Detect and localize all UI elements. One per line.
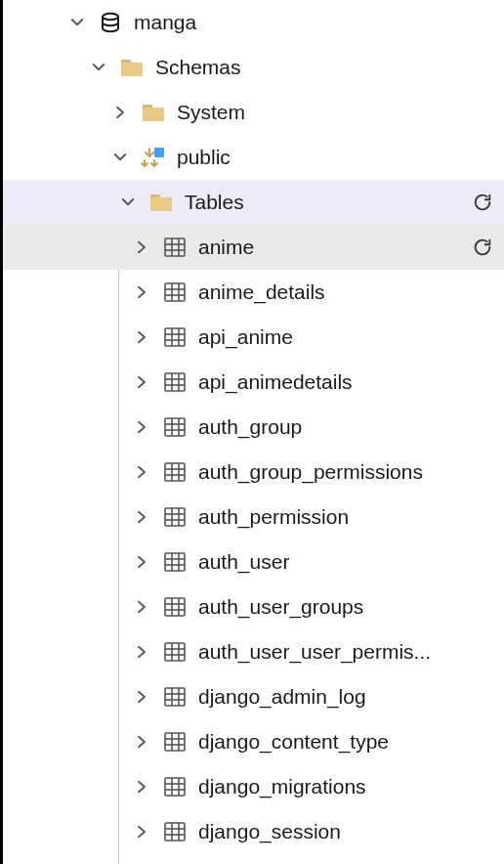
tree-node-label: django_content_type [198,730,496,754]
tree-node-table[interactable]: auth_user_groups [3,584,504,629]
svg-rect-7 [150,197,172,211]
svg-rect-18 [165,328,185,346]
folder-icon [140,99,167,126]
svg-rect-68 [165,778,185,796]
chevron-right-icon[interactable] [106,99,134,126]
tree-node-table[interactable]: django_session [3,809,504,854]
svg-rect-38 [165,508,185,526]
svg-rect-2 [121,63,143,76]
svg-rect-8 [165,238,185,256]
tree-node-table[interactable]: auth_permission [3,495,504,540]
tree-node-table[interactable]: anime [3,225,504,270]
tree-node-label: auth_group [198,415,496,439]
svg-rect-63 [165,733,185,751]
table-icon [161,503,189,531]
tree-node-table[interactable]: django_migrations [3,764,504,809]
table-icon [161,638,189,666]
tree-node-system[interactable]: System [3,90,504,135]
svg-rect-4 [143,108,164,121]
tree-node-table[interactable]: auth_group [3,405,504,450]
tree-node-tables[interactable]: Tables [3,180,504,225]
table-icon [161,548,189,576]
tree-node-label: auth_user_groups [198,595,496,619]
chevron-right-icon[interactable] [128,683,155,711]
table-icon [161,458,189,486]
tree-node-label: django_migrations [198,775,496,799]
chevron-right-icon[interactable] [128,279,155,306]
tree-node-label: anime_details [198,281,496,304]
chevron-right-icon[interactable] [128,234,155,261]
chevron-right-icon[interactable] [128,458,155,486]
tree-node-label: auth_user [198,550,496,574]
tree-node-table[interactable]: django_content_type [3,719,504,764]
tree-node-database[interactable]: manga [3,0,504,45]
chevron-right-icon[interactable] [128,773,155,800]
chevron-right-icon[interactable] [128,818,155,845]
chevron-right-icon[interactable] [128,728,155,756]
svg-rect-23 [165,373,185,391]
chevron-down-icon[interactable] [85,54,112,81]
svg-rect-48 [165,598,185,616]
tree-node-label: System [177,101,496,124]
table-icon [161,728,189,756]
database-tree-panel: manga Schemas System [0,0,504,864]
chevron-right-icon[interactable] [128,593,155,621]
tree-node-public[interactable]: public [3,135,504,180]
svg-rect-58 [165,688,185,706]
tree-node-label: Schemas [155,56,496,79]
table-icon [161,818,189,845]
tree-node-label: django_admin_log [198,685,496,709]
chevron-right-icon[interactable] [128,368,155,396]
table-icon [161,279,189,306]
table-icon [161,234,189,261]
schema-icon [140,144,167,171]
tree-node-table[interactable]: auth_user_user_permis... [3,629,504,674]
chevron-down-icon[interactable] [63,9,91,36]
table-icon [161,683,189,711]
refresh-icon[interactable] [469,234,496,261]
svg-rect-5 [154,148,164,157]
tree-node-label: Tables [185,191,469,214]
tree-node-label: manga [134,11,496,34]
database-icon [97,9,124,36]
tree-node-table[interactable]: auth_group_permissions [3,450,504,495]
chevron-right-icon[interactable] [128,548,155,576]
svg-rect-53 [165,643,185,661]
tree-node-label: django_session [198,820,496,843]
tree-node-schemas[interactable]: Schemas [3,45,504,90]
table-icon [161,593,189,621]
folder-icon [118,54,146,81]
chevron-right-icon[interactable] [128,638,155,666]
chevron-down-icon[interactable] [114,189,142,216]
table-icon [161,368,189,396]
tree-node-table[interactable]: anime_details [3,270,504,315]
table-icon [161,413,189,441]
chevron-right-icon[interactable] [128,324,155,351]
refresh-icon[interactable] [469,189,496,216]
tree-node-label: api_anime [198,325,496,349]
svg-rect-13 [165,283,185,301]
tree-node-label: auth_group_permissions [198,460,496,484]
chevron-right-icon[interactable] [128,503,155,531]
chevron-right-icon[interactable] [128,413,155,441]
folder-icon [147,189,175,216]
tree-node-label: auth_user_user_permis... [198,640,496,664]
tree-node-table[interactable]: api_anime [3,315,504,360]
svg-point-0 [103,14,118,20]
table-icon [161,773,189,800]
chevron-down-icon[interactable] [106,144,134,171]
table-icon [161,324,189,351]
tree-node-label: auth_permission [198,505,496,529]
tree-node-table[interactable]: django_admin_log [3,674,504,719]
svg-rect-33 [165,463,185,481]
tree-node-label: public [177,146,496,169]
tree-node-table[interactable]: auth_user [3,540,504,584]
svg-rect-43 [165,553,185,571]
svg-rect-73 [165,823,185,841]
svg-rect-28 [165,418,185,436]
tree-node-table[interactable]: api_animedetails [3,360,504,405]
tree-node-label: anime [198,236,469,259]
tree-node-label: api_animedetails [198,370,496,394]
